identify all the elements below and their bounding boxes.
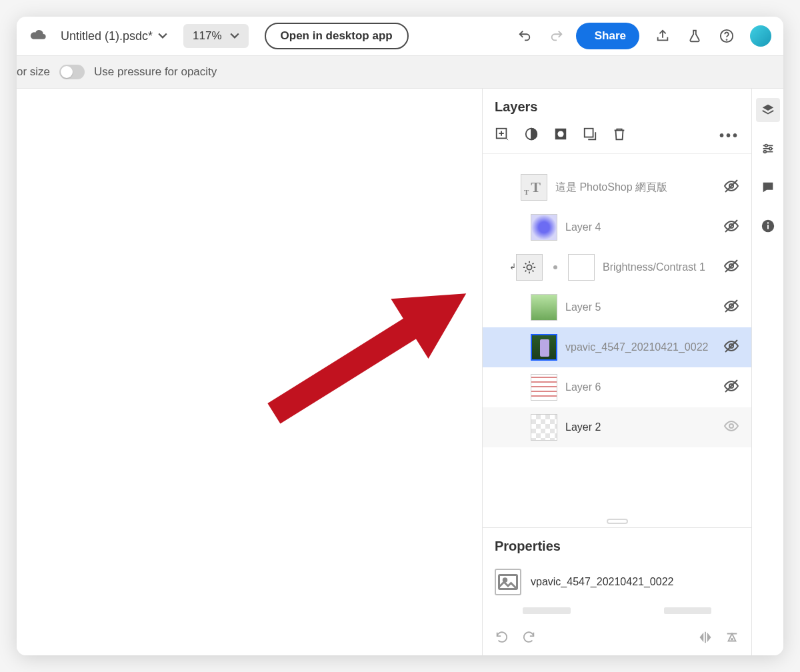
- svg-rect-3: [267, 315, 421, 424]
- chevron-down-icon: [230, 31, 239, 41]
- properties-panel-title: Properties: [483, 528, 751, 562]
- svg-point-23: [729, 424, 733, 428]
- undo-button[interactable]: [512, 23, 537, 49]
- layer-row[interactable]: Layer 2: [483, 407, 751, 447]
- add-mask-button[interactable]: [553, 127, 568, 144]
- svg-point-8: [557, 131, 563, 137]
- layer-row[interactable]: Layer 6: [483, 367, 751, 407]
- main-area: Layers ••• TT 這是 PhotoShop 網頁版: [17, 89, 783, 655]
- zoom-dropdown[interactable]: 117%: [183, 24, 248, 48]
- props-redo-button[interactable]: [521, 630, 536, 647]
- layer-thumb: [531, 414, 557, 441]
- cloud-icon: [29, 28, 47, 44]
- app-window: Untitled (1).psdc* 117% Open in desktop …: [17, 17, 783, 655]
- link-dot-icon: [553, 265, 557, 269]
- layer-name: vpavic_4547_20210421_0022: [565, 341, 715, 353]
- open-in-desktop-button[interactable]: Open in desktop app: [265, 23, 409, 49]
- image-layer-icon: [495, 569, 521, 595]
- layer-row[interactable]: Layer 4: [483, 207, 751, 247]
- option-label-cut: or size: [17, 65, 50, 79]
- redo-button[interactable]: [544, 23, 569, 49]
- properties-sliders-row: [483, 602, 751, 618]
- layers-list: TT 這是 PhotoShop 網頁版 Layer 4 ↲ Brightness…: [483, 154, 751, 487]
- svg-rect-9: [585, 129, 593, 137]
- visibility-toggle[interactable]: [723, 378, 739, 397]
- layer-thumb: [531, 214, 557, 241]
- layer-name: Layer 2: [565, 421, 715, 433]
- visibility-toggle[interactable]: [723, 178, 739, 197]
- layer-name: Layer 4: [565, 221, 715, 233]
- layers-panel-title: Layers: [483, 89, 751, 123]
- pressure-opacity-label: Use pressure for opacity: [94, 65, 217, 79]
- export-button[interactable]: [650, 23, 675, 49]
- visibility-toggle[interactable]: [723, 338, 739, 357]
- layer-name: Brightness/Contrast 1: [603, 261, 715, 273]
- adjustment-thumb-icon: [516, 254, 543, 281]
- zoom-label: 117%: [193, 29, 221, 43]
- open-in-desktop-label: Open in desktop app: [281, 29, 393, 43]
- layer-thumb-text-icon: TT: [521, 174, 547, 201]
- props-undo-button[interactable]: [495, 630, 509, 647]
- layer-thumb: [531, 294, 557, 321]
- props-reset-button[interactable]: [725, 630, 739, 647]
- svg-point-26: [731, 639, 733, 640]
- rail-comments-icon[interactable]: [756, 175, 780, 199]
- user-avatar[interactable]: [750, 25, 771, 47]
- share-button[interactable]: Share: [576, 23, 639, 49]
- svg-point-27: [765, 145, 767, 147]
- properties-layer-row: vpavic_4547_20210421_0022: [483, 562, 751, 602]
- panel-divider-handle[interactable]: [483, 515, 751, 527]
- right-icon-rail: [751, 89, 783, 655]
- slider-placeholder[interactable]: [664, 607, 712, 614]
- right-panel-column: Layers ••• TT 這是 PhotoShop 網頁版: [482, 89, 751, 655]
- properties-panel: Properties vpavic_4547_20210421_0022: [483, 527, 751, 655]
- visibility-toggle[interactable]: [723, 298, 739, 317]
- layer-name: 這是 PhotoShop 網頁版: [555, 181, 715, 195]
- rail-info-icon[interactable]: [756, 214, 780, 238]
- options-bar: or size Use pressure for opacity: [17, 55, 783, 89]
- layer-name: Layer 5: [565, 301, 715, 313]
- delete-layer-button[interactable]: [612, 127, 627, 144]
- help-button[interactable]: [714, 23, 739, 49]
- visibility-toggle[interactable]: [723, 218, 739, 237]
- share-label: Share: [595, 29, 626, 43]
- svg-point-32: [767, 222, 768, 223]
- slider-placeholder[interactable]: [523, 607, 571, 614]
- layers-more-button[interactable]: •••: [719, 128, 739, 143]
- mask-thumb: [568, 254, 595, 281]
- canvas[interactable]: [17, 89, 482, 655]
- add-layer-button[interactable]: [495, 127, 509, 144]
- props-flip-button[interactable]: [698, 630, 713, 647]
- svg-point-28: [769, 147, 771, 150]
- pressure-opacity-toggle[interactable]: [59, 65, 85, 79]
- arrow-annotation: [230, 269, 482, 442]
- group-layers-button[interactable]: [583, 127, 597, 144]
- beaker-button[interactable]: [682, 23, 707, 49]
- chevron-down-icon: [158, 31, 167, 41]
- top-bar: Untitled (1).psdc* 117% Open in desktop …: [17, 17, 783, 55]
- file-name-label: Untitled (1).psdc*: [61, 29, 153, 43]
- rail-adjustments-icon[interactable]: [756, 137, 780, 161]
- layer-row-adjustment[interactable]: ↲ Brightness/Contrast 1: [483, 247, 751, 287]
- clip-indicator-icon: ↲: [509, 262, 516, 271]
- properties-button-row: [483, 618, 751, 647]
- rail-layers-icon[interactable]: [756, 98, 780, 122]
- layers-toolbar: •••: [483, 123, 751, 154]
- layer-row-selected[interactable]: vpavic_4547_20210421_0022: [483, 327, 751, 367]
- add-adjustment-button[interactable]: [524, 127, 539, 144]
- layer-thumb: [531, 334, 557, 361]
- layer-thumb: [531, 374, 557, 401]
- layer-row-text[interactable]: TT 這是 PhotoShop 網頁版: [483, 167, 751, 207]
- layer-row[interactable]: Layer 5: [483, 287, 751, 327]
- visibility-toggle[interactable]: [723, 258, 739, 277]
- visibility-toggle[interactable]: [723, 418, 739, 437]
- layer-name: Layer 6: [565, 381, 715, 393]
- file-name-dropdown[interactable]: Untitled (1).psdc*: [61, 29, 167, 43]
- svg-point-14: [527, 265, 531, 269]
- properties-layer-name: vpavic_4547_20210421_0022: [531, 576, 673, 588]
- svg-point-29: [763, 151, 766, 153]
- svg-rect-31: [767, 225, 769, 229]
- svg-point-2: [727, 39, 727, 40]
